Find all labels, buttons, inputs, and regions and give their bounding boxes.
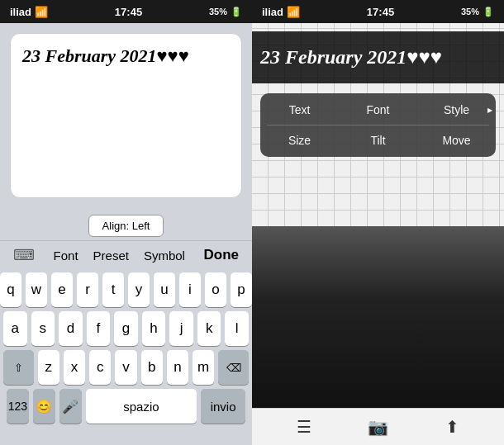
carrier-info-right: iliad 📶 <box>262 6 300 18</box>
font-button[interactable]: Font <box>54 249 78 263</box>
battery-info-right: 35% 🔋 <box>461 7 494 17</box>
context-menu-row-2: Size Tilt Move <box>260 125 496 155</box>
key-x[interactable]: x <box>64 350 85 385</box>
time-left: 17:45 <box>115 6 142 18</box>
bottom-toolbar-right: ☰ 📷 ⬆ <box>252 408 504 445</box>
canvas-area[interactable]: 23 February 2021♥♥♥ Text Font Style Size… <box>252 23 504 408</box>
menu-item-style[interactable]: Style <box>417 97 496 123</box>
context-menu-row-1: Text Font Style <box>260 95 496 125</box>
status-bar-left: iliad 📶 17:45 35% 🔋 <box>0 0 252 23</box>
keyboard-row-bottom: 123 😊 🎤 spazio invio <box>3 389 249 424</box>
battery-right: 35% <box>461 7 479 17</box>
battery-icon-right: 🔋 <box>483 7 494 17</box>
symbol-button[interactable]: Symbol <box>144 249 185 263</box>
wifi-icon-left: 📶 <box>35 6 48 18</box>
key-delete[interactable]: ⌫ <box>218 350 249 385</box>
battery-icon-left: 🔋 <box>231 7 242 17</box>
key-u[interactable]: u <box>154 272 175 307</box>
key-emoji[interactable]: 😊 <box>33 389 55 424</box>
dark-gradient-area <box>252 226 504 408</box>
keyboard: q w e r t y u i o p a s d f g h j k l ⇧ … <box>0 269 252 445</box>
right-panel: iliad 📶 17:45 35% 🔋 23 February 2021♥♥♥ … <box>252 0 504 445</box>
key-f[interactable]: f <box>87 311 111 346</box>
keyboard-row-3: ⇧ z x c v b n m ⌫ <box>3 350 249 385</box>
key-h[interactable]: h <box>142 311 166 346</box>
align-button[interactable]: Align: Left <box>88 215 164 237</box>
key-e[interactable]: e <box>51 272 73 307</box>
menu-item-tilt[interactable]: Tilt <box>339 127 417 154</box>
key-mic[interactable]: 🎤 <box>59 389 82 424</box>
key-g[interactable]: g <box>114 311 138 346</box>
key-w[interactable]: w <box>26 272 47 307</box>
key-a[interactable]: a <box>3 311 27 346</box>
menu-item-size[interactable]: Size <box>260 127 339 154</box>
key-v[interactable]: v <box>115 350 136 385</box>
key-space[interactable]: spazio <box>86 389 197 424</box>
keyboard-row-1: q w e r t y u i o p <box>3 272 249 307</box>
menu-lines-icon[interactable]: ☰ <box>297 417 311 437</box>
key-r[interactable]: r <box>77 272 98 307</box>
toolbar-items: Font Preset Symbol <box>54 249 185 263</box>
camera-icon[interactable]: 📷 <box>368 417 388 437</box>
key-c[interactable]: c <box>89 350 111 385</box>
menu-item-text[interactable]: Text <box>260 97 339 123</box>
text-editor-area[interactable]: 23 February 2021♥♥♥ <box>10 33 242 198</box>
editor-toolbar: ⌨ Font Preset Symbol Done <box>0 240 252 269</box>
key-o[interactable]: o <box>205 272 226 307</box>
canvas-text-block: 23 February 2021♥♥♥ <box>252 31 504 83</box>
menu-item-font[interactable]: Font <box>339 97 417 123</box>
key-shift[interactable]: ⇧ <box>3 350 34 385</box>
key-k[interactable]: k <box>197 311 221 346</box>
key-num[interactable]: 123 <box>7 389 29 424</box>
carrier-info-left: iliad 📶 <box>10 6 48 18</box>
key-d[interactable]: d <box>59 311 83 346</box>
context-menu: Text Font Style Size Tilt Move <box>260 93 496 157</box>
preset-button[interactable]: Preset <box>93 249 129 263</box>
menu-item-move[interactable]: Move <box>417 127 496 154</box>
key-n[interactable]: n <box>167 350 188 385</box>
battery-info-left: 35% 🔋 <box>209 7 242 17</box>
key-j[interactable]: j <box>169 311 193 346</box>
key-p[interactable]: p <box>231 272 252 307</box>
key-y[interactable]: y <box>128 272 150 307</box>
align-button-area: Align: Left <box>0 208 252 240</box>
done-button[interactable]: Done <box>204 247 240 263</box>
carrier-right: iliad <box>262 6 283 18</box>
key-t[interactable]: t <box>102 272 124 307</box>
left-panel: iliad 📶 17:45 35% 🔋 23 February 2021♥♥♥ … <box>0 0 252 445</box>
editor-text: 23 February 2021♥♥♥ <box>22 45 189 66</box>
share-icon[interactable]: ⬆ <box>445 417 459 437</box>
keyboard-row-2: a s d f g h j k l <box>3 311 249 346</box>
key-q[interactable]: q <box>0 272 21 307</box>
status-bar-right: iliad 📶 17:45 35% 🔋 <box>252 0 504 23</box>
battery-left: 35% <box>209 7 227 17</box>
key-z[interactable]: z <box>38 350 59 385</box>
key-b[interactable]: b <box>141 350 163 385</box>
key-l[interactable]: l <box>225 311 249 346</box>
canvas-text: 23 February 2021♥♥♥ <box>260 46 442 68</box>
carrier-left: iliad <box>10 6 31 18</box>
keyboard-icon[interactable]: ⌨ <box>13 246 35 264</box>
wifi-icon-right: 📶 <box>287 6 300 18</box>
key-s[interactable]: s <box>31 311 55 346</box>
key-m[interactable]: m <box>193 350 214 385</box>
key-invio[interactable]: invio <box>201 389 245 424</box>
time-right: 17:45 <box>367 6 394 18</box>
key-i[interactable]: i <box>179 272 201 307</box>
